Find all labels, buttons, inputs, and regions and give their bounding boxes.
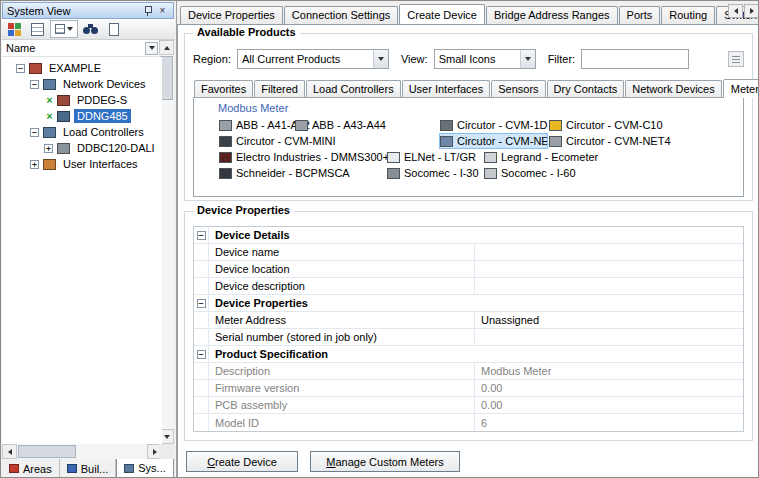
tree-item-ddng485[interactable]: × DDNG485 [2,108,162,124]
product-item[interactable]: Socomec - I-30 [386,165,483,181]
column-filter-button[interactable] [145,42,158,55]
tab-ports[interactable]: Ports [619,6,661,24]
property-value[interactable]: Unassigned [475,312,743,328]
create-device-button[interactable]: Create Device [186,451,298,472]
category-tab-load-controllers[interactable]: Load Controllers [306,80,401,97]
tree-item-user-interfaces[interactable]: + User Interfaces [2,156,162,172]
property-value: 0.00 [475,380,743,396]
collapse-icon[interactable]: − [197,231,206,240]
scroll-left-button[interactable] [2,444,17,459]
category-tab-sensors[interactable]: Sensors [491,80,545,97]
scroll-up-icon [164,46,170,50]
dock-tab-system[interactable]: Sys... [116,459,174,478]
report-icon [109,23,119,36]
product-list: Modbus Meter ABB - A41-A42 ABB - A43-A44 [193,97,744,197]
property-value: 0.00 [475,397,743,413]
category-tab-favorites[interactable]: Favorites [194,80,253,97]
property-row[interactable]: Device location [194,261,743,278]
tab-scroll-left-button[interactable] [728,4,743,18]
property-row[interactable]: Serial number (stored in job only) [194,329,743,346]
property-row[interactable]: Description Modbus Meter [194,363,743,380]
product-item[interactable]: Circutor - CVM-1D [439,117,548,133]
collapse-icon[interactable]: − [16,64,25,73]
scrollbar-thumb[interactable] [18,445,76,458]
property-value[interactable] [475,244,743,260]
property-row[interactable]: Firmware version 0.00 [194,380,743,397]
tree-item-pddeg-s[interactable]: × PDDEG-S [2,92,162,108]
collapse-icon[interactable]: − [197,299,206,308]
tree-item-example[interactable]: − EXAMPLE [2,60,162,76]
tree-item-load-controllers[interactable]: − Load Controllers [2,124,162,140]
dock-tab-strip: Areas Buil... Sys... [2,459,176,478]
product-item[interactable]: Legrand - Ecometer [483,149,598,165]
property-section-row[interactable]: − Product Specification [194,346,743,363]
collapse-icon[interactable]: − [30,128,39,137]
filter-input[interactable] [581,49,689,69]
tab-routing[interactable]: Routing [661,6,715,24]
category-tab-filtered[interactable]: Filtered [254,80,305,97]
tab-scroll-right-button[interactable] [744,4,759,18]
meter-icon [387,168,400,179]
dock-tab-builder[interactable]: Buil... [60,459,117,478]
collapse-icon[interactable]: − [30,80,39,89]
property-row[interactable]: PCB assembly 0.00 [194,397,743,414]
product-item[interactable]: ABB - A43-A44 [294,117,439,133]
dropdown-arrow-icon[interactable] [520,50,535,68]
expand-icon[interactable]: + [30,160,39,169]
find-button[interactable] [81,20,101,38]
product-item[interactable]: Electro Industries - DMMS300+ [218,149,386,165]
product-item[interactable]: Circutor - CVM-C10 [548,117,663,133]
product-item[interactable]: Socomec - I-60 [483,165,576,181]
category-tab-network-devices[interactable]: Network Devices [625,80,722,97]
view-combobox[interactable]: Small Icons [434,49,536,69]
dropdown-arrow-icon[interactable] [373,50,388,68]
property-row[interactable]: Device description [194,278,743,295]
add-items-button[interactable] [4,20,24,38]
pin-button[interactable] [141,4,154,17]
tree-item-network-devices[interactable]: − Network Devices [2,76,162,92]
tree-column-header[interactable]: Name [2,40,162,57]
category-tab-dry-contacts[interactable]: Dry Contacts [547,80,625,97]
property-value[interactable] [475,261,743,277]
view-options-button[interactable] [50,20,78,38]
property-value[interactable] [475,329,743,345]
region-combobox[interactable]: All Current Products [237,49,389,69]
group-title: Device Properties [193,204,294,216]
list-view-button[interactable] [27,20,47,38]
product-item[interactable]: Circutor - CVM-MINI [218,133,439,149]
property-section-row[interactable]: − Device Details [194,227,743,244]
scroll-up-button[interactable] [159,40,174,55]
property-row[interactable]: Device name [194,244,743,261]
tab-bridge-address-ranges[interactable]: Bridge Address Ranges [486,6,618,24]
report-button[interactable] [104,20,124,38]
product-item[interactable]: Circutor - CVM-NET4 [548,133,671,149]
product-item[interactable]: ABB - A41-A42 [218,117,294,133]
close-button[interactable]: × [156,4,169,17]
pin-icon [143,6,152,16]
tab-device-properties[interactable]: Device Properties [180,6,283,24]
find-icon [83,24,99,35]
meter-icon [484,168,497,179]
device-properties-group: Device Properties − Device Details Devic… [184,211,753,441]
tab-connection-settings[interactable]: Connection Settings [284,6,398,24]
folder-icon [43,159,56,170]
property-value: Modbus Meter [475,363,743,379]
property-row[interactable]: Meter Address Unassigned [194,312,743,329]
tree-item-ddbc120-dali[interactable]: + DDBC120-DALI [2,140,162,156]
product-item-selected[interactable]: Circutor - CVM-NET [439,133,548,149]
property-section-row[interactable]: − Device Properties [194,295,743,312]
tree-horizontal-scrollbar[interactable] [2,444,162,459]
collapse-icon[interactable]: − [197,350,206,359]
property-row[interactable]: Model ID 6 [194,414,743,431]
category-tab-user-interfaces[interactable]: User Interfaces [402,80,491,97]
manage-custom-meters-button[interactable]: Manage Custom Meters [310,451,460,472]
product-item[interactable]: Schneider - BCPMSCA [218,165,386,181]
list-options-button[interactable] [728,51,744,67]
product-item[interactable]: ELNet - LT/GR [386,149,483,165]
dock-tab-areas[interactable]: Areas [2,459,60,478]
tab-create-device[interactable]: Create Device [399,4,485,24]
editor-tab-strip: Device Properties Connection Settings Cr… [177,3,759,24]
category-tab-meters[interactable]: Meters [723,79,759,98]
expand-icon[interactable]: + [44,144,53,153]
property-value[interactable] [475,278,743,294]
